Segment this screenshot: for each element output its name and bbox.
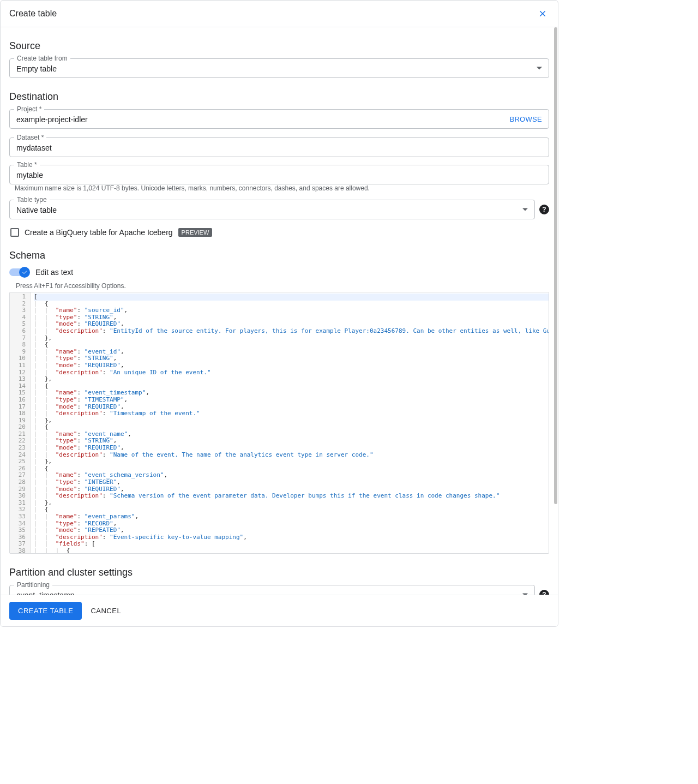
section-partition-heading: Partition and cluster settings: [9, 567, 549, 578]
section-destination-heading: Destination: [9, 91, 549, 103]
dataset-field[interactable]: Dataset * mydataset: [9, 137, 549, 157]
iceberg-checkbox[interactable]: [10, 228, 19, 237]
project-label: Project *: [14, 105, 44, 113]
schema-code-content[interactable]: [| {| | "name": "source_id",| | "type": …: [31, 292, 549, 553]
partitioning-label: Partitioning: [14, 581, 52, 589]
dialog-title: Create table: [9, 9, 57, 19]
edit-as-text-toggle[interactable]: [9, 268, 29, 276]
table-type-value: Native table: [16, 206, 528, 214]
partitioning-select[interactable]: Partitioning event_timestamp: [9, 585, 535, 595]
dataset-label: Dataset *: [14, 134, 46, 141]
iceberg-label: Create a BigQuery table for Apache Icebe…: [25, 228, 173, 237]
cancel-button[interactable]: CANCEL: [91, 607, 121, 615]
edit-as-text-label: Edit as text: [35, 268, 73, 277]
create-table-from-select[interactable]: Create table from Empty table: [9, 58, 549, 78]
help-icon[interactable]: ?: [539, 590, 549, 595]
help-icon[interactable]: ?: [539, 205, 549, 214]
chevron-down-icon: [537, 67, 542, 70]
partitioning-value: event_timestamp: [16, 591, 528, 595]
create-table-button[interactable]: CREATE TABLE: [9, 602, 82, 620]
section-source-heading: Source: [9, 40, 549, 52]
schema-code-editor[interactable]: 1234567891011121314151617181920212223242…: [9, 292, 549, 554]
close-button[interactable]: [536, 7, 549, 20]
chevron-down-icon: [522, 594, 528, 595]
body-scrollbar[interactable]: [553, 27, 558, 595]
section-schema-heading: Schema: [9, 250, 549, 261]
table-field[interactable]: Table * mytable: [9, 165, 549, 184]
a11y-hint: Press Alt+F1 for Accessibility Options.: [16, 282, 549, 290]
project-field[interactable]: Project * example-project-idler BROWSE: [9, 109, 549, 129]
line-number-gutter: 1234567891011121314151617181920212223242…: [10, 292, 31, 553]
check-icon: [21, 269, 28, 276]
table-label: Table *: [14, 161, 40, 169]
create-table-from-value: Empty table: [16, 64, 542, 73]
chevron-down-icon: [522, 208, 528, 211]
table-helper-text: Maximum name size is 1,024 UTF-8 bytes. …: [15, 184, 549, 192]
table-type-select[interactable]: Table type Native table: [9, 200, 535, 219]
project-value: example-project-idler: [16, 115, 542, 124]
table-value: mytable: [16, 171, 542, 179]
table-type-label: Table type: [14, 196, 50, 204]
dataset-value: mydataset: [16, 143, 542, 152]
browse-button[interactable]: BROWSE: [509, 115, 542, 123]
preview-badge: PREVIEW: [178, 228, 213, 237]
close-icon: [538, 9, 547, 19]
create-table-from-label: Create table from: [14, 55, 70, 62]
